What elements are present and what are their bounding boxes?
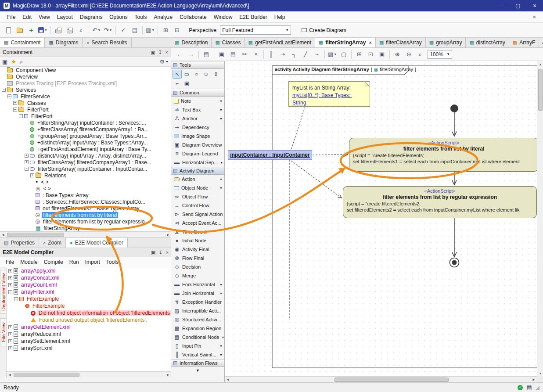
- menu-analyze[interactable]: Analyze: [151, 12, 176, 22]
- menu-diagrams[interactable]: Diagrams: [76, 12, 106, 22]
- palette-item-diagram-overview[interactable]: ▣Diagram Overview: [171, 140, 224, 149]
- scroll-thumb[interactable]: [538, 69, 543, 111]
- containment-tree-icon[interactable]: ▤: [201, 49, 212, 60]
- documentation-icon[interactable]: ▤: [129, 25, 140, 36]
- tree-item[interactable]: +arrayCount.xml: [7, 281, 171, 288]
- diagram-tab-description[interactable]: ▦Description: [171, 38, 212, 47]
- canvas-hscrollbar[interactable]: ◀ ▶: [225, 376, 537, 382]
- tree-item[interactable]: −filterStringArray( inputContainer : Inp…: [0, 165, 171, 172]
- scroll-up-icon[interactable]: ▲: [537, 61, 543, 67]
- menu-e2e-builder[interactable]: E2E Builder: [236, 12, 270, 22]
- palette-item-image-shape[interactable]: Image Shape: [171, 132, 224, 140]
- palette-item-conditional-node[interactable]: ▤Conditional Node▼: [171, 333, 224, 342]
- scroll-thumb[interactable]: [7, 233, 64, 237]
- palette-item-action[interactable]: Action▼: [171, 175, 224, 183]
- tree-item[interactable]: +arrayConcat.xml: [7, 274, 171, 281]
- palette-item-merge[interactable]: ◇Merge: [171, 271, 224, 280]
- palette-item-decision[interactable]: ◇Decision: [171, 263, 224, 271]
- tree-item[interactable]: −FilterService: [0, 93, 171, 100]
- tree-expander-icon[interactable]: +: [25, 160, 29, 164]
- scroll-left-icon[interactable]: ◀: [225, 377, 231, 383]
- tree-expander-icon[interactable]: −: [19, 114, 23, 118]
- tree-item[interactable]: Found unused output object 'filteredElem…: [7, 316, 171, 324]
- scroll-right-icon[interactable]: ▶: [531, 377, 537, 383]
- delete-icon[interactable]: ×: [250, 49, 262, 60]
- tree-expander-icon[interactable]: −: [13, 108, 17, 111]
- forward-icon[interactable]: →: [185, 49, 197, 60]
- code-engineering-icon[interactable]: ▥▼: [144, 25, 156, 36]
- action-filter-by-literal[interactable]: «ActionScript» filter elements from list…: [349, 138, 537, 172]
- tree-item[interactable]: −FilterPort: [0, 106, 171, 113]
- tree-item[interactable]: +arrayApply.xml: [7, 267, 171, 274]
- palette-item-fork-horizontal[interactable]: ▬Fork Horizontal▼: [171, 280, 224, 289]
- tree-item[interactable]: +distinctArray( inputArray : Base Types:…: [0, 139, 171, 146]
- tree-item[interactable]: +filterClassArray( filteredCompanyArray1…: [0, 126, 171, 133]
- actor-tool-icon[interactable]: ☺: [201, 70, 211, 79]
- tree-expander-icon[interactable]: +: [8, 276, 12, 280]
- add-note-icon[interactable]: ▢: [338, 49, 349, 60]
- action-filter-by-regex[interactable]: «ActionScript» filter elements from list…: [343, 186, 537, 218]
- tab-e2e-model-compiler[interactable]: ●E2E Model Compiler: [66, 238, 128, 248]
- scroll-thumb[interactable]: [334, 378, 449, 382]
- tree-item[interactable]: +getFirstAndLastElement( inputArray : Ba…: [0, 146, 171, 152]
- menu-options[interactable]: Options: [106, 12, 131, 22]
- compiler-menu-file[interactable]: File: [3, 258, 17, 266]
- new-project-icon[interactable]: [3, 25, 14, 36]
- palette-item-initial-node[interactable]: ●Initial Node: [171, 236, 224, 245]
- palette-section-tools[interactable]: Tools: [171, 61, 224, 69]
- pin-icon[interactable]: ↧: [158, 50, 162, 55]
- close-panel-icon[interactable]: ×: [165, 50, 168, 55]
- rectilinear-line-icon[interactable]: ┐: [288, 49, 300, 60]
- palette-item-note[interactable]: Note▼: [171, 97, 224, 105]
- note-link[interactable]: myList[0..*]: Base Types:: String: [292, 92, 366, 107]
- compiler-menu-run[interactable]: Run: [66, 258, 82, 266]
- menu-file[interactable]: File: [4, 12, 19, 22]
- compiler-menu-tools[interactable]: Tools: [103, 258, 122, 266]
- tree-item[interactable]: −FilterExample: [7, 295, 171, 302]
- tree-expander-icon[interactable]: −: [25, 167, 29, 171]
- palette-item-flow-final[interactable]: ⊗Flow Final: [171, 254, 224, 263]
- tree-expander-icon[interactable]: +: [8, 269, 12, 273]
- zoom-fit-icon[interactable]: ⌕: [414, 49, 426, 60]
- tree-expander-icon[interactable]: +: [8, 283, 12, 287]
- dependency-line-icon[interactable]: ⇢: [277, 49, 288, 60]
- tree-item[interactable]: +arraySetElement.xml: [7, 338, 171, 345]
- save-project-icon[interactable]: ▼: [37, 25, 49, 36]
- diagram-tab-distinctarray[interactable]: ▦distinctArray: [466, 38, 509, 47]
- paste-icon[interactable]: ▤: [227, 49, 239, 60]
- snap-icon[interactable]: ⊡: [365, 49, 376, 60]
- tree-expander-icon[interactable]: +: [13, 101, 17, 105]
- tree-item[interactable]: FilterExample: [7, 302, 171, 309]
- open-diagram-icon[interactable]: ▣: [2, 58, 7, 65]
- palette-item-vertical-swiml-[interactable]: ║Vertical Swiml...▼: [171, 350, 224, 359]
- palette-item-input-pin[interactable]: ▯Input Pin▼: [171, 342, 224, 350]
- scroll-left-icon[interactable]: ◀: [7, 372, 13, 378]
- compiler-menu-import[interactable]: Import: [82, 258, 103, 266]
- tree-item[interactable]: +distinctArray( inputArray : Array, dist…: [0, 152, 171, 159]
- validate-icon[interactable]: ✓: [118, 25, 129, 36]
- print-preview-icon[interactable]: [64, 25, 76, 36]
- memory-monitor-icon[interactable]: ▤: [526, 384, 532, 391]
- tree-item[interactable]: +groupArray( groupedArray : Base Types::…: [0, 133, 171, 139]
- back-icon[interactable]: ←: [174, 49, 185, 60]
- menu-edit[interactable]: Edit: [19, 12, 35, 22]
- menu-window[interactable]: Window: [210, 12, 236, 22]
- palette-item-diagram-legend[interactable]: ≡Diagram Legend: [171, 149, 224, 158]
- numbering-icon[interactable]: ⊞: [160, 25, 171, 36]
- palette-item-text-box[interactable]: abText Box▼: [171, 105, 224, 114]
- tree-item[interactable]: ●< >: [0, 179, 171, 185]
- grid-icon[interactable]: ⊞: [353, 49, 365, 60]
- palette-item-join-horizontal[interactable]: ▬Join Horizontal▼: [171, 289, 224, 298]
- scroll-right-icon[interactable]: ▶: [165, 232, 171, 238]
- menu-help[interactable]: Help: [271, 12, 289, 22]
- tree-item[interactable]: −arrayFilter.xml: [7, 288, 171, 295]
- close-icon[interactable]: ×: [526, 0, 543, 11]
- undo-icon[interactable]: ↶▼: [91, 25, 102, 36]
- palette-item-dependency[interactable]: ⇢Dependency: [171, 123, 224, 132]
- tree-expander-icon[interactable]: −: [7, 94, 11, 98]
- tree-item[interactable]: +filterStringArray( inputContainer : Ser…: [0, 119, 171, 126]
- tree-expander-icon[interactable]: +: [25, 154, 29, 158]
- diagram-canvas[interactable]: activity Activity Diagram filterStringAr…: [225, 61, 543, 382]
- palette-section-information-flows[interactable]: Information Flows: [171, 359, 224, 367]
- object-node-label[interactable]: inputContainer : InputContainer: [228, 150, 312, 160]
